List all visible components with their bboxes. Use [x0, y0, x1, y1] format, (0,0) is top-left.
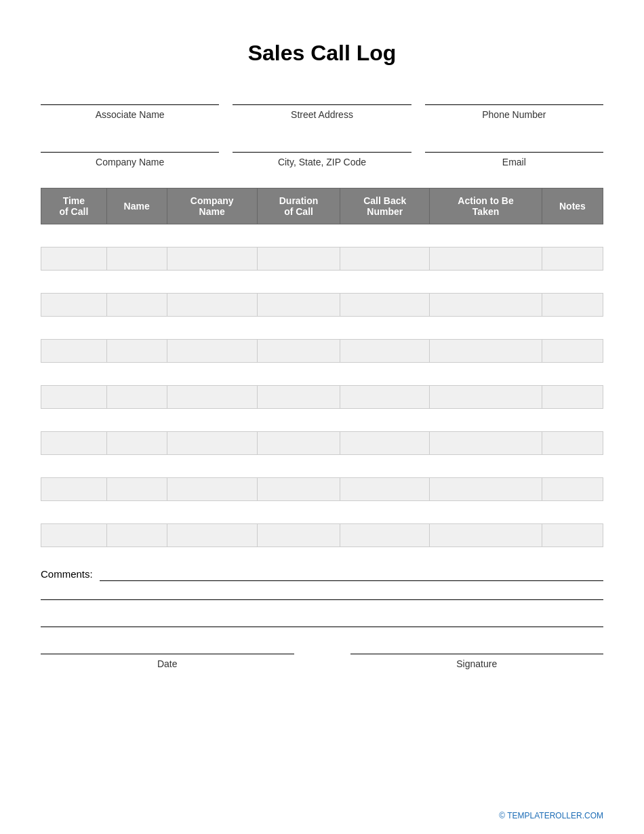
table-cell[interactable] — [542, 294, 603, 317]
company-name-label: Company Name — [96, 157, 164, 167]
street-address-line — [233, 93, 411, 105]
table-spacer-row — [41, 501, 603, 524]
page-title: Sales Call Log — [41, 41, 603, 66]
table-cell[interactable] — [430, 524, 542, 547]
table-row — [41, 294, 603, 317]
form-row-1: Associate Name Street Address Phone Numb… — [41, 93, 603, 120]
table-cell[interactable] — [257, 432, 340, 455]
table-cell[interactable] — [41, 386, 107, 409]
table-spacer-row — [41, 409, 603, 432]
form-section: Associate Name Street Address Phone Numb… — [41, 93, 603, 167]
col-header-time: Time of Call — [41, 188, 107, 224]
table-cell[interactable] — [41, 247, 107, 271]
signature-line — [350, 641, 604, 654]
table-cell[interactable] — [167, 432, 257, 455]
comments-line-row: Comments: — [41, 568, 603, 581]
col-header-callback: Call Back Number — [340, 188, 430, 224]
table-cell[interactable] — [542, 432, 603, 455]
col-header-company: Company Name — [167, 188, 257, 224]
table-cell[interactable] — [257, 386, 340, 409]
associate-name-field: Associate Name — [41, 93, 219, 120]
table-cell[interactable] — [106, 432, 167, 455]
street-address-label: Street Address — [291, 109, 353, 120]
table-cell[interactable] — [430, 247, 542, 271]
table-cell[interactable] — [167, 294, 257, 317]
table-row — [41, 340, 603, 363]
table-cell[interactable] — [106, 294, 167, 317]
city-state-zip-label: City, State, ZIP Code — [278, 157, 366, 167]
date-field: Date — [41, 641, 294, 669]
table-cell[interactable] — [106, 524, 167, 547]
comments-line-3 — [41, 614, 603, 627]
table-cell[interactable] — [340, 294, 430, 317]
associate-name-label: Associate Name — [96, 109, 165, 120]
table-cell[interactable] — [430, 386, 542, 409]
col-header-name: Name — [106, 188, 167, 224]
table-cell[interactable] — [340, 524, 430, 547]
col-header-notes: Notes — [542, 188, 603, 224]
table-cell[interactable] — [257, 340, 340, 363]
associate-name-line — [41, 93, 219, 105]
email-line — [425, 140, 603, 153]
comments-section: Comments: — [41, 568, 603, 627]
signature-section: Date Signature — [41, 641, 603, 669]
table-spacer-row — [41, 271, 603, 294]
table-cell[interactable] — [257, 247, 340, 271]
table-cell[interactable] — [430, 432, 542, 455]
phone-number-line — [425, 93, 603, 105]
table-cell[interactable] — [542, 340, 603, 363]
table-row — [41, 247, 603, 271]
table-cell[interactable] — [542, 247, 603, 271]
table-cell[interactable] — [167, 340, 257, 363]
table-cell[interactable] — [340, 386, 430, 409]
table-cell[interactable] — [257, 524, 340, 547]
table-cell[interactable] — [257, 478, 340, 501]
table-cell[interactable] — [340, 340, 430, 363]
table-cell[interactable] — [41, 478, 107, 501]
table-cell[interactable] — [542, 478, 603, 501]
table-cell[interactable] — [106, 247, 167, 271]
table-cell[interactable] — [542, 524, 603, 547]
table-cell[interactable] — [167, 478, 257, 501]
comments-line-2 — [41, 587, 603, 600]
table-cell[interactable] — [41, 432, 107, 455]
table-cell[interactable] — [41, 524, 107, 547]
company-name-line — [41, 140, 219, 153]
table-cell[interactable] — [430, 340, 542, 363]
table-cell[interactable] — [430, 294, 542, 317]
table-spacer-row — [41, 317, 603, 340]
table-header-row: Time of Call Name Company Name Duration … — [41, 188, 603, 224]
phone-number-field: Phone Number — [425, 93, 603, 120]
table-cell[interactable] — [430, 478, 542, 501]
table-cell[interactable] — [340, 478, 430, 501]
city-state-zip-line — [233, 140, 411, 153]
comments-label: Comments: — [41, 568, 93, 581]
footer: © TEMPLATEROLLER.COM — [499, 811, 603, 820]
table-cell[interactable] — [340, 432, 430, 455]
table-cell[interactable] — [106, 340, 167, 363]
table-cell[interactable] — [106, 478, 167, 501]
table-cell[interactable] — [257, 294, 340, 317]
table-cell[interactable] — [106, 386, 167, 409]
table-spacer-row — [41, 224, 603, 247]
table-cell[interactable] — [167, 386, 257, 409]
date-line — [41, 641, 294, 654]
email-label: Email — [502, 157, 526, 167]
table-cell[interactable] — [41, 340, 107, 363]
table-cell[interactable] — [41, 294, 107, 317]
table-row — [41, 432, 603, 455]
signature-label: Signature — [456, 658, 497, 669]
table-cell[interactable] — [167, 524, 257, 547]
table-row — [41, 524, 603, 547]
col-header-duration: Duration of Call — [257, 188, 340, 224]
table-cell[interactable] — [340, 247, 430, 271]
form-row-2: Company Name City, State, ZIP Code Email — [41, 140, 603, 167]
log-table: Time of Call Name Company Name Duration … — [41, 188, 603, 547]
city-state-zip-field: City, State, ZIP Code — [233, 140, 411, 167]
signature-field: Signature — [350, 641, 604, 669]
col-header-action: Action to Be Taken — [430, 188, 542, 224]
comments-input-line[interactable] — [100, 568, 603, 581]
table-cell[interactable] — [542, 386, 603, 409]
table-cell[interactable] — [167, 247, 257, 271]
table-row — [41, 478, 603, 501]
